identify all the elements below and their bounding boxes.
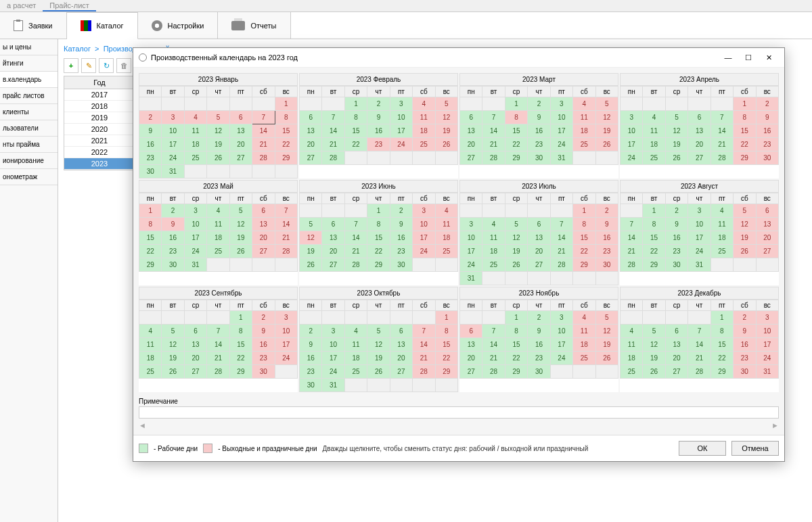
maximize-button[interactable]: ☐ [738, 51, 759, 64]
calendar-day[interactable]: 3 [275, 311, 297, 325]
calendar-day[interactable]: 1 [710, 311, 733, 325]
calendar-day[interactable]: 30 [756, 151, 778, 165]
calendar-day[interactable]: 2 [665, 204, 687, 218]
calendar-day[interactable]: 15 [734, 124, 756, 138]
calendar-day[interactable]: 23 [139, 151, 162, 165]
calendar-day[interactable]: 20 [756, 231, 778, 245]
calendar-day[interactable]: 24 [756, 352, 778, 365]
calendar-day[interactable]: 8 [573, 218, 595, 231]
calendar-day[interactable]: 18 [207, 231, 229, 245]
calendar-day[interactable]: 8 [344, 111, 367, 124]
calendar-day[interactable]: 3 [688, 204, 710, 218]
calendar-day[interactable]: 1 [435, 311, 457, 325]
calendar-day[interactable]: 25 [573, 138, 595, 151]
calendar-day[interactable]: 24 [162, 151, 184, 165]
calendar-day[interactable]: 1 [643, 204, 665, 218]
calendar-day[interactable]: 25 [621, 365, 643, 379]
sidebar-item[interactable]: ионирование [0, 153, 58, 169]
calendar-day[interactable]: 5 [300, 218, 322, 231]
calendar-day[interactable]: 1 [505, 97, 527, 111]
calendar-day[interactable]: 13 [322, 231, 344, 245]
calendar-day[interactable]: 13 [252, 218, 275, 231]
calendar-day[interactable]: 25 [482, 258, 505, 272]
calendar-day[interactable]: 29 [275, 151, 297, 165]
calendar-day[interactable]: 2 [300, 325, 322, 338]
calendar-day[interactable]: 29 [367, 258, 390, 272]
calendar-day[interactable]: 25 [184, 151, 206, 165]
calendar-day[interactable]: 31 [756, 365, 778, 379]
calendar-day[interactable]: 3 [322, 325, 344, 338]
calendar-day[interactable]: 19 [367, 352, 390, 365]
calendar-day[interactable]: 24 [688, 245, 710, 258]
calendar-day[interactable]: 4 [482, 218, 505, 231]
calendar-day[interactable]: 11 [573, 111, 595, 124]
close-button[interactable]: ✕ [759, 51, 779, 64]
calendar-day[interactable]: 30 [528, 151, 550, 165]
calendar-day[interactable]: 27 [665, 365, 687, 379]
calendar-day[interactable]: 8 [710, 325, 733, 338]
calendar-day[interactable]: 14 [275, 218, 297, 231]
calendar-day[interactable]: 22 [710, 352, 733, 365]
calendar-day[interactable]: 28 [252, 151, 275, 165]
calendar-day[interactable]: 11 [207, 218, 229, 231]
calendar-day[interactable]: 4 [413, 97, 435, 111]
calendar-day[interactable]: 7 [413, 325, 435, 338]
calendar-day[interactable]: 27 [184, 365, 206, 379]
calendar-day[interactable]: 20 [460, 352, 482, 365]
calendar-day[interactable]: 31 [688, 258, 710, 272]
calendar-day[interactable]: 27 [460, 151, 482, 165]
calendar-day[interactable]: 22 [573, 245, 595, 258]
calendar-day[interactable]: 29 [229, 365, 252, 379]
calendar-day[interactable]: 3 [550, 311, 572, 325]
calendar-day[interactable]: 30 [665, 258, 687, 272]
year-item[interactable]: 2023 [64, 158, 135, 170]
edit-button[interactable]: ✎ [81, 58, 96, 73]
calendar-day[interactable]: 15 [275, 124, 297, 138]
calendar-day[interactable]: 13 [665, 338, 687, 352]
calendar-day[interactable]: 18 [573, 124, 595, 138]
calendar-day[interactable]: 10 [688, 218, 710, 231]
calendar-day[interactable]: 30 [252, 365, 275, 379]
calendar-day[interactable]: 23 [595, 245, 618, 258]
calendar-day[interactable]: 4 [184, 111, 206, 124]
calendar-day[interactable]: 19 [229, 231, 252, 245]
calendar-day[interactable]: 13 [460, 338, 482, 352]
calendar-day[interactable]: 29 [643, 258, 665, 272]
calendar-day[interactable]: 21 [482, 352, 505, 365]
calendar-day[interactable]: 17 [162, 138, 184, 151]
calendar-day[interactable]: 11 [621, 338, 643, 352]
calendar-day[interactable]: 21 [482, 138, 505, 151]
calendar-day[interactable]: 13 [390, 338, 412, 352]
sidebar-item[interactable]: онометраж [0, 169, 58, 185]
calendar-day[interactable]: 3 [390, 97, 412, 111]
calendar-day[interactable]: 21 [322, 138, 344, 151]
calendar-day[interactable]: 4 [621, 325, 643, 338]
calendar-day[interactable]: 1 [139, 204, 162, 218]
calendar-day[interactable]: 14 [252, 124, 275, 138]
calendar-day[interactable]: 20 [688, 138, 710, 151]
calendar-day[interactable]: 19 [734, 231, 756, 245]
calendar-day[interactable]: 1 [229, 311, 252, 325]
calendar-day[interactable]: 21 [550, 245, 572, 258]
calendar-day[interactable]: 1 [367, 204, 390, 218]
calendar-day[interactable]: 9 [367, 111, 390, 124]
calendar-day[interactable]: 9 [390, 218, 412, 231]
calendar-day[interactable]: 11 [573, 325, 595, 338]
calendar-day[interactable]: 20 [665, 352, 687, 365]
calendar-day[interactable]: 20 [229, 138, 252, 151]
tab-catalog[interactable]: Каталог [67, 12, 138, 39]
calendar-day[interactable]: 5 [435, 97, 457, 111]
calendar-day[interactable]: 27 [252, 245, 275, 258]
calendar-day[interactable]: 15 [367, 231, 390, 245]
calendar-day[interactable]: 10 [756, 325, 778, 338]
calendar-day[interactable]: 27 [300, 151, 322, 165]
calendar-day[interactable]: 22 [643, 245, 665, 258]
calendar-day[interactable]: 12 [505, 231, 527, 245]
calendar-day[interactable]: 22 [367, 245, 390, 258]
calendar-day[interactable]: 12 [734, 218, 756, 231]
calendar-day[interactable]: 29 [734, 151, 756, 165]
calendar-day[interactable]: 8 [505, 325, 527, 338]
calendar-day[interactable]: 8 [505, 111, 527, 124]
sidebar-item[interactable]: прайс листов [0, 88, 58, 104]
calendar-day[interactable]: 12 [435, 111, 457, 124]
